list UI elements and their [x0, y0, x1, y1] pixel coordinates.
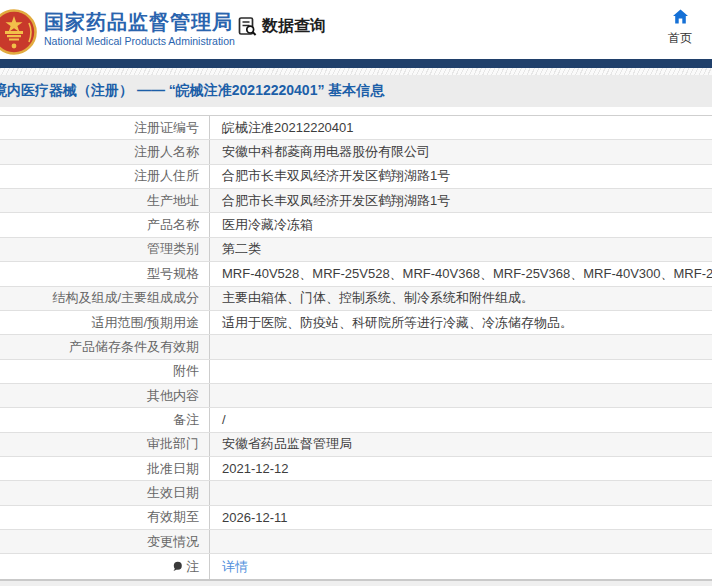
home-label: 首页 [660, 30, 700, 47]
row-value: 合肥市长丰双凤经济开发区鹤翔湖路1号 [210, 165, 712, 188]
national-emblem-icon [0, 9, 37, 55]
table-row-reg-cert-no: 注册证编号 皖械注准20212220401 [0, 116, 712, 140]
row-value: 合肥市长丰双凤经济开发区鹤翔湖路1号 [210, 189, 712, 212]
row-label: 注 [0, 554, 210, 578]
row-label: 注册证编号 [0, 116, 210, 139]
table-row-registrant-name: 注册人名称 安徽中科都菱商用电器股份有限公司 [0, 140, 712, 164]
table-row-intended-use: 适用范围/预期用途 适用于医院、防疫站、科研院所等进行冷藏、冷冻储存物品。 [0, 311, 712, 335]
note-label-text: 注 [186, 558, 199, 576]
row-label: 注册人名称 [0, 140, 210, 163]
row-value [210, 530, 712, 553]
row-value: 医用冷藏冷冻箱 [210, 213, 712, 236]
table-row-structure-composition: 结构及组成/主要组成成分 主要由箱体、门体、控制系统、制冷系统和附件组成。 [0, 287, 712, 311]
page-header: 国家药品监督管理局 National Medical Products Admi… [0, 0, 712, 59]
registration-info-table: 注册证编号 皖械注准20212220401 注册人名称 安徽中科都菱商用电器股份… [0, 115, 712, 580]
table-row-storage-conditions: 产品储存条件及有效期 [0, 335, 712, 359]
document-search-icon [237, 16, 258, 37]
table-row-change-status: 变更情况 [0, 530, 712, 554]
row-value [210, 481, 712, 504]
table-row-valid-until: 有效期至 2026-12-11 [0, 506, 712, 530]
row-value: 安徽中科都菱商用电器股份有限公司 [210, 140, 712, 163]
table-row-registrant-address: 注册人住所 合肥市长丰双凤经济开发区鹤翔湖路1号 [0, 165, 712, 189]
breadcrumb: 境内医疗器械（注册） —— “皖械注准20212220401” 基本信息 [0, 82, 384, 100]
data-query-label: 数据查询 [262, 16, 326, 37]
table-row-management-class: 管理类别 第二类 [0, 238, 712, 262]
table-row-other-content: 其他内容 [0, 384, 712, 408]
table-row-product-name: 产品名称 医用冷藏冷冻箱 [0, 213, 712, 237]
row-value: 皖械注准20212220401 [210, 116, 712, 139]
row-label: 型号规格 [0, 262, 210, 285]
table-row-model-spec: 型号规格 MRF-40V528、MRF-25V528、MRF-40V368、MR… [0, 262, 712, 286]
row-label: 产品名称 [0, 213, 210, 236]
table-row-effective-date: 生效日期 [0, 481, 712, 505]
row-label: 生产地址 [0, 189, 210, 212]
table-row-approval-department: 审批部门 安徽省药品监督管理局 [0, 433, 712, 457]
row-value: 安徽省药品监督管理局 [210, 433, 712, 456]
navy-divider-bar [0, 59, 712, 68]
row-label: 注册人住所 [0, 165, 210, 188]
brand-titles: 国家药品监督管理局 National Medical Products Admi… [44, 11, 235, 48]
table-row-remarks: 备注 / [0, 408, 712, 432]
hatched-stripe-band [0, 68, 712, 75]
row-value: 主要由箱体、门体、控制系统、制冷系统和附件组成。 [210, 287, 712, 310]
row-value: 2026-12-11 [210, 506, 712, 529]
note-bubble-icon [172, 561, 183, 572]
table-row-attachments: 附件 [0, 360, 712, 384]
row-value: 第二类 [210, 238, 712, 261]
row-label: 附件 [0, 360, 210, 383]
row-label: 备注 [0, 408, 210, 431]
table-row-note: 注 详情 [0, 554, 712, 578]
row-label: 管理类别 [0, 238, 210, 261]
table-row-approval-date: 批准日期 2021-12-12 [0, 457, 712, 481]
data-query-nav[interactable]: 数据查询 [237, 16, 326, 37]
row-label: 其他内容 [0, 384, 210, 407]
footer-band [0, 580, 712, 586]
details-link[interactable]: 详情 [222, 558, 248, 576]
row-label: 变更情况 [0, 530, 210, 553]
row-label: 适用范围/预期用途 [0, 311, 210, 334]
spacer [0, 107, 712, 115]
row-value [210, 384, 712, 407]
row-value: 2021-12-12 [210, 457, 712, 480]
breadcrumb-band: 境内医疗器械（注册） —— “皖械注准20212220401” 基本信息 [0, 75, 712, 107]
row-value: MRF-40V528、MRF-25V528、MRF-40V368、MRF-25V… [210, 262, 712, 285]
row-label: 产品储存条件及有效期 [0, 335, 210, 358]
nmpa-logo-link[interactable]: 国家药品监督管理局 National Medical Products Admi… [0, 0, 235, 59]
org-name-en: National Medical Products Administration [44, 35, 235, 48]
row-label: 有效期至 [0, 506, 210, 529]
home-nav[interactable]: 首页 [660, 9, 700, 47]
table-row-production-address: 生产地址 合肥市长丰双凤经济开发区鹤翔湖路1号 [0, 189, 712, 213]
row-label: 批准日期 [0, 457, 210, 480]
row-value [210, 335, 712, 358]
org-name-zh: 国家药品监督管理局 [44, 11, 235, 33]
row-value [210, 360, 712, 383]
row-value: 适用于医院、防疫站、科研院所等进行冷藏、冷冻储存物品。 [210, 311, 712, 334]
row-label: 结构及组成/主要组成成分 [0, 287, 210, 310]
row-value: / [210, 408, 712, 431]
row-label: 生效日期 [0, 481, 210, 504]
home-icon [672, 9, 689, 24]
row-label: 审批部门 [0, 433, 210, 456]
